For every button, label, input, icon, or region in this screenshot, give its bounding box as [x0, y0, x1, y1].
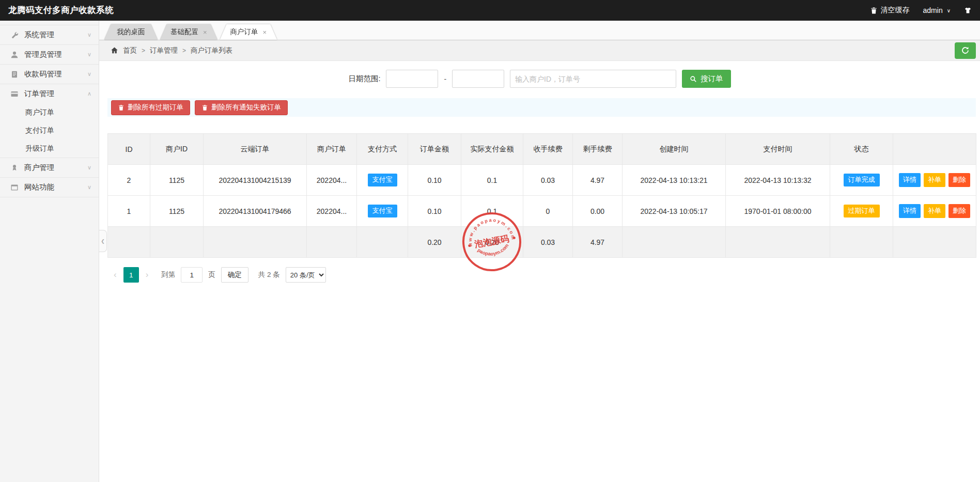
app-title: 龙腾码支付多商户收款系统: [8, 5, 114, 16]
sidebar-collapse-handle[interactable]: ❮: [99, 230, 107, 252]
wrench-icon: [10, 31, 19, 39]
user-menu[interactable]: admin ∨: [923, 6, 951, 14]
search-form: 日期范围: - 搜订单: [99, 70, 980, 88]
delete-notify-failed-orders-button[interactable]: 删除所有通知失败订单: [195, 100, 288, 115]
cell-pay-method: 支付宝: [357, 165, 408, 196]
home-icon: [111, 46, 118, 54]
cell-amount-total: 0.20: [408, 227, 461, 258]
column-header: 支付时间: [726, 134, 830, 165]
refresh-button[interactable]: [955, 42, 976, 59]
cell-empty: [623, 227, 726, 258]
detail-button[interactable]: 详情: [899, 204, 921, 218]
summary-row: 0.20 0.20 0.03 4.97: [108, 227, 976, 258]
content: 我的桌面 基础配置 × 商户订单 × 首页 > 订单管理 > 商户订单列表: [99, 21, 980, 482]
cell-id: 2: [108, 165, 150, 196]
sidebar-item-upgrade-orders[interactable]: 升级订单: [0, 139, 99, 158]
sidebar-item-merchant-orders[interactable]: 商户订单: [0, 103, 99, 121]
pay-method-badge: 支付宝: [368, 174, 397, 186]
breadcrumb-home[interactable]: 首页: [123, 46, 137, 55]
breadcrumb-separator: >: [182, 47, 186, 54]
sidebar-subitem-label: 商户订单: [25, 108, 54, 117]
column-header: 云端订单: [204, 134, 307, 165]
tab-label: 基础配置: [170, 27, 198, 37]
cell-merchant-id: 1125: [150, 196, 204, 227]
sidebar-item-label: 收款码管理: [24, 69, 62, 79]
date-start-input[interactable]: [386, 70, 438, 88]
close-icon[interactable]: ×: [203, 29, 207, 36]
cell-empty: [357, 227, 408, 258]
trash-icon: [870, 7, 878, 14]
credit-card-icon: [10, 90, 19, 98]
table-row: 2 1125 202204131004215139 202204... 支付宝 …: [108, 165, 976, 196]
keyword-search-input[interactable]: [510, 70, 676, 88]
main-layout: 系统管理 ∨ 管理员管理 ∨ 收款码管理 ∨ 订单管理 ∧: [0, 21, 980, 482]
tab-basic-config[interactable]: 基础配置 ×: [160, 24, 217, 40]
column-header: ID: [108, 134, 150, 165]
column-header: 商户订单: [307, 134, 357, 165]
prev-page-icon[interactable]: ‹: [113, 270, 118, 280]
cell-fee-collected-total: 0.03: [523, 227, 573, 258]
tab-merchant-orders[interactable]: 商户订单 ×: [220, 24, 277, 40]
sidebar-item-website[interactable]: 网站功能 ∨: [0, 178, 99, 197]
sidebar-item-admins[interactable]: 管理员管理 ∨: [0, 45, 99, 64]
current-page-button[interactable]: 1: [123, 267, 139, 283]
cell-actual-amount-total: 0.20: [461, 227, 523, 258]
shirt-icon: [964, 7, 972, 14]
date-end-input[interactable]: [452, 70, 504, 88]
cell-fee-remaining-total: 4.97: [573, 227, 623, 258]
status-badge: 过期订单: [844, 205, 880, 217]
date-range-label: 日期范围:: [348, 74, 380, 84]
chevron-down-icon: ∨: [87, 164, 91, 171]
next-page-icon[interactable]: ›: [145, 270, 150, 280]
sidebar-item-merchants[interactable]: 商户管理 ∨: [0, 158, 99, 177]
sidebar-group-admins: 管理员管理 ∨: [0, 45, 99, 65]
cell-cloud-order: 202204131004179466: [204, 196, 307, 227]
cell-empty: [307, 227, 357, 258]
cell-empty: [726, 227, 830, 258]
sidebar-item-orders[interactable]: 订单管理 ∧: [0, 84, 99, 103]
close-icon[interactable]: ×: [263, 29, 267, 36]
sidebar-group-qrcodes: 收款码管理 ∨: [0, 65, 99, 84]
cell-empty: [150, 227, 204, 258]
delete-button[interactable]: 删除: [948, 204, 970, 218]
cell-fee-collected: 0.03: [523, 165, 573, 196]
cell-status: 过期订单: [830, 196, 893, 227]
sidebar-item-system[interactable]: 系统管理 ∨: [0, 25, 99, 44]
sidebar-item-label: 系统管理: [24, 30, 54, 40]
breadcrumb: 首页 > 订单管理 > 商户订单列表: [99, 40, 980, 61]
cell-created-time: 2022-04-13 10:13:21: [623, 165, 726, 196]
goto-prefix-label: 到第: [161, 270, 175, 279]
tab-label: 我的桌面: [117, 27, 145, 37]
sidebar-group-merchants: 商户管理 ∨: [0, 158, 99, 178]
user-icon: [10, 51, 19, 59]
cell-created-time: 2022-04-13 10:05:17: [623, 196, 726, 227]
total-count-label: 共 2 条: [258, 270, 280, 279]
search-orders-button[interactable]: 搜订单: [682, 70, 731, 88]
reissue-button[interactable]: 补单: [924, 204, 945, 218]
delete-button[interactable]: 删除: [948, 173, 970, 187]
chevron-down-icon: ∨: [87, 51, 91, 58]
cell-paid-time: 2022-04-13 10:13:32: [726, 165, 830, 196]
button-label: 删除所有过期订单: [128, 103, 183, 112]
column-header: 状态: [830, 134, 893, 165]
bulk-action-bar: 删除所有过期订单 删除所有通知失败订单: [107, 98, 976, 117]
detail-button[interactable]: 详情: [899, 173, 921, 187]
cell-cloud-order: 202204131004215139: [204, 165, 307, 196]
reissue-button[interactable]: 补单: [924, 173, 945, 187]
cell-merchant-id: 1125: [150, 165, 204, 196]
sidebar: 系统管理 ∨ 管理员管理 ∨ 收款码管理 ∨ 订单管理 ∧: [0, 21, 99, 482]
per-page-select[interactable]: 20 条/页: [286, 267, 326, 283]
button-label: 删除所有通知失败订单: [211, 103, 281, 112]
tab-desktop[interactable]: 我的桌面: [104, 24, 158, 40]
sidebar-item-pay-orders[interactable]: 支付订单: [0, 121, 99, 139]
sidebar-group-orders: 订单管理 ∧ 商户订单 支付订单 升级订单: [0, 84, 99, 158]
confirm-page-button[interactable]: 确定: [221, 267, 248, 283]
goto-page-input[interactable]: [181, 267, 203, 283]
delete-expired-orders-button[interactable]: 删除所有过期订单: [111, 100, 190, 115]
theme-skin-button[interactable]: [964, 7, 972, 14]
column-header: 订单金额: [408, 134, 461, 165]
chevron-up-icon: ∧: [87, 90, 91, 97]
column-header: 创建时间: [623, 134, 726, 165]
sidebar-item-qrcodes[interactable]: 收款码管理 ∨: [0, 65, 99, 84]
clear-cache-button[interactable]: 清空缓存: [870, 6, 910, 15]
